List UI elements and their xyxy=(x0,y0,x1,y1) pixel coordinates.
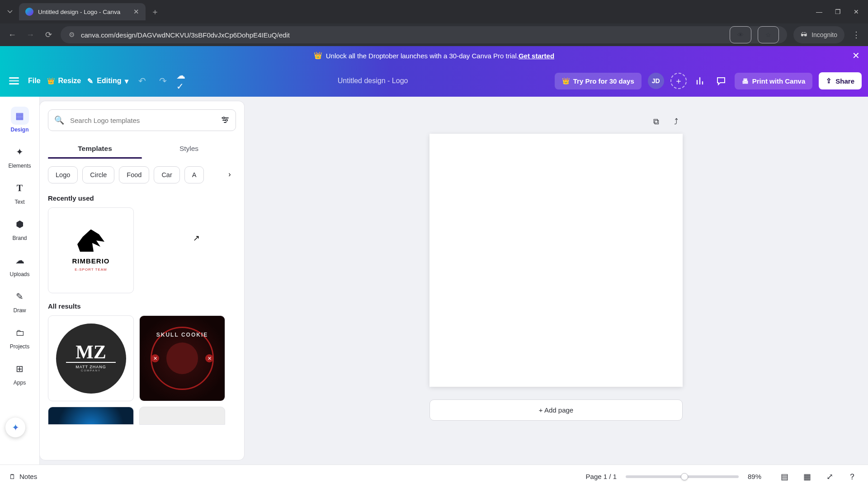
duplicate-page-icon[interactable]: ⧉ xyxy=(649,115,663,128)
canvas-area: ⧉ ⤴ + Add page xyxy=(244,97,868,465)
close-tab-icon[interactable]: ✕ xyxy=(133,8,139,16)
thumbnail-view-icon[interactable]: ▦ xyxy=(800,470,814,483)
template-card[interactable] xyxy=(48,407,134,425)
user-avatar[interactable]: JD xyxy=(648,73,664,89)
design-name-input[interactable]: Untitled design - Logo xyxy=(338,77,408,85)
try-pro-label: Try Pro for 30 days xyxy=(573,77,634,85)
tab-templates[interactable]: Templates xyxy=(48,139,142,158)
site-settings-icon[interactable]: ⚙ xyxy=(69,31,75,39)
rail-projects[interactable]: 🗀 Projects xyxy=(4,320,36,353)
chip-car[interactable]: Car xyxy=(154,166,179,183)
notes-icon: 🗒 xyxy=(9,473,16,480)
sparkle-icon: ✦ xyxy=(12,422,19,433)
rail-elements[interactable]: ✦ Elements xyxy=(4,139,36,173)
zoom-percent[interactable]: 89% xyxy=(748,473,769,480)
x-badge-icon: ✕ xyxy=(205,354,213,362)
add-page-button[interactable]: + Add page xyxy=(429,399,683,421)
tab-styles[interactable]: Styles xyxy=(142,139,236,158)
print-button[interactable]: 🖶 Print with Canva xyxy=(735,73,813,89)
rail-design[interactable]: ▦ Design xyxy=(4,103,36,136)
logo-mark: MZ xyxy=(75,345,106,360)
rail-label: Uploads xyxy=(9,271,29,277)
nav-reload-button[interactable]: ⟳ xyxy=(42,29,54,41)
template-card-recent[interactable]: RIMBERIO E-SPORT TEAM xyxy=(48,207,134,293)
cloud-sync-icon[interactable]: ☁✓ xyxy=(176,74,191,88)
rail-label: Brand xyxy=(12,235,27,241)
chip-logo[interactable]: Logo xyxy=(48,166,78,183)
brand-icon: ⬢ xyxy=(11,215,29,233)
design-icon: ▦ xyxy=(11,107,29,125)
template-card[interactable]: SKULL COOKIE ✕ ✕ xyxy=(139,315,225,401)
browser-titlebar: Untitled design - Logo - Canva ✕ ＋ — ❐ ✕ xyxy=(0,0,868,23)
grid-view-icon[interactable]: ▤ xyxy=(778,470,791,483)
rail-uploads[interactable]: ☁ Uploads xyxy=(4,248,36,281)
browser-menu-button[interactable]: ⋮ xyxy=(851,30,862,40)
add-collaborator-button[interactable]: ＋ xyxy=(670,73,687,89)
page-indicator[interactable]: Page 1 / 1 xyxy=(586,473,617,480)
address-bar[interactable]: ⚙ canva.com/design/DAGVwdNCKVU/3sBF0dvJx… xyxy=(61,26,787,43)
incognito-indicator[interactable]: 🕶 Incognito xyxy=(793,26,844,43)
search-input[interactable] xyxy=(48,109,236,131)
rail-brand[interactable]: ⬢ Brand xyxy=(4,211,36,245)
incognito-icon: 🕶 xyxy=(801,31,807,38)
browser-toolbar: ← → ⟳ ⚙ canva.com/design/DAGVwdNCKVU/3sB… xyxy=(0,23,868,46)
nav-back-button[interactable]: ← xyxy=(6,29,18,41)
editing-mode-dropdown[interactable]: ✎ Editing ▾ xyxy=(87,77,128,85)
template-sub: E-SPORT TEAM xyxy=(75,267,107,272)
promo-cta-link[interactable]: Get started xyxy=(519,52,554,60)
slider-handle[interactable] xyxy=(681,473,688,480)
tracking-icon[interactable]: 👁 xyxy=(730,26,751,43)
filter-icon[interactable] xyxy=(221,116,230,125)
elements-icon: ✦ xyxy=(11,143,29,161)
tab-search-icon[interactable] xyxy=(5,7,14,16)
chip-food[interactable]: Food xyxy=(119,166,149,183)
notes-button[interactable]: 🗒 Notes xyxy=(9,473,37,480)
help-icon[interactable]: ？ xyxy=(845,470,859,483)
template-card[interactable] xyxy=(139,407,225,425)
crown-icon: 👑 xyxy=(562,77,570,84)
window-maximize-icon[interactable]: ❐ xyxy=(835,8,841,15)
rail-text[interactable]: T Text xyxy=(4,175,36,209)
new-tab-button[interactable]: ＋ xyxy=(151,6,159,17)
canva-favicon-icon xyxy=(25,8,33,16)
export-page-icon[interactable]: ⤴ xyxy=(669,115,683,128)
browser-tab[interactable]: Untitled design - Logo - Canva ✕ xyxy=(19,3,146,20)
crown-icon: 👑 xyxy=(47,77,55,84)
pencil-icon: ✎ xyxy=(87,77,93,85)
printer-icon: 🖶 xyxy=(742,77,749,85)
x-badge-icon: ✕ xyxy=(151,354,159,362)
resize-button[interactable]: 👑 Resize xyxy=(47,77,81,85)
projects-icon: 🗀 xyxy=(11,324,29,342)
comment-icon[interactable] xyxy=(714,74,728,88)
analytics-icon[interactable] xyxy=(693,74,708,88)
rail-label: Design xyxy=(10,127,28,133)
window-minimize-icon[interactable]: — xyxy=(816,8,822,15)
templates-panel: 🔍 Templates Styles Logo Circle xyxy=(40,101,244,460)
rail-draw[interactable]: ✎ Draw xyxy=(4,284,36,317)
rail-label: Draw xyxy=(13,307,26,314)
rail-apps[interactable]: ⊞ Apps xyxy=(4,356,36,389)
fullscreen-icon[interactable]: ⤢ xyxy=(823,470,836,483)
template-sub: COMPANY xyxy=(81,369,101,372)
page-canvas[interactable] xyxy=(429,134,683,387)
chip-a[interactable]: A xyxy=(184,166,204,183)
magic-assistant-button[interactable]: ✦ xyxy=(5,418,25,437)
search-icon: 🔍 xyxy=(54,115,64,125)
svg-point-1 xyxy=(226,119,227,121)
share-icon: ⇪ xyxy=(826,77,832,85)
nav-forward-button[interactable]: → xyxy=(24,29,36,41)
template-card[interactable]: MZ MATT ZHANG COMPANY xyxy=(48,315,134,401)
promo-close-icon[interactable]: ✕ xyxy=(852,50,860,61)
notes-label: Notes xyxy=(19,473,37,480)
menu-button[interactable] xyxy=(6,73,22,89)
window-close-icon[interactable]: ✕ xyxy=(854,8,859,15)
chip-circle[interactable]: Circle xyxy=(82,166,114,183)
chips-scroll-right[interactable]: › xyxy=(223,168,236,181)
redo-button[interactable]: ↷ xyxy=(156,74,170,88)
zoom-slider[interactable] xyxy=(626,475,739,478)
share-button[interactable]: ⇪ Share xyxy=(819,72,862,89)
try-pro-button[interactable]: 👑 Try Pro for 30 days xyxy=(555,73,642,89)
file-menu[interactable]: File xyxy=(28,77,41,85)
undo-button[interactable]: ↶ xyxy=(135,74,149,88)
bookmark-icon[interactable]: ☆ xyxy=(758,26,779,43)
